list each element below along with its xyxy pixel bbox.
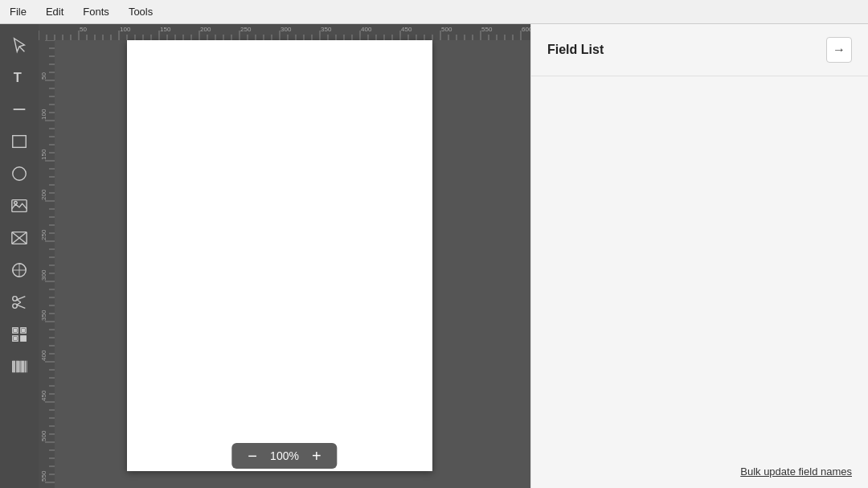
svg-line-13: [17, 297, 26, 300]
horizontal-ruler: [39, 24, 530, 40]
svg-text:T: T: [14, 70, 22, 84]
barcode-tool[interactable]: [5, 352, 34, 381]
svg-rect-22: [14, 338, 17, 340]
svg-rect-3: [13, 136, 27, 148]
qr-tool[interactable]: [5, 320, 34, 349]
chart-tool[interactable]: [5, 256, 34, 285]
field-list-header: Field List →: [531, 24, 868, 76]
zoom-in-button[interactable]: +: [309, 448, 325, 464]
zoom-out-button[interactable]: −: [244, 448, 260, 464]
svg-line-16: [17, 302, 21, 305]
menu-tools[interactable]: Tools: [125, 4, 156, 19]
field-list-expand-button[interactable]: →: [826, 37, 852, 63]
right-panel-content: [531, 76, 868, 454]
svg-rect-25: [21, 339, 23, 342]
right-panel: Field List → Bulk update field names: [530, 24, 868, 488]
bulk-update-field-names-link[interactable]: Bulk update field names: [740, 465, 852, 478]
menu-edit[interactable]: Edit: [43, 4, 67, 19]
image-tool[interactable]: [5, 191, 34, 220]
svg-rect-23: [21, 336, 23, 338]
vertical-ruler: [39, 40, 55, 488]
canvas-area: − 100% +: [39, 24, 530, 488]
arrow-right-icon: →: [833, 43, 845, 57]
svg-line-14: [17, 305, 26, 308]
main-layout: T: [0, 24, 868, 488]
bulk-update-section: Bulk update field names: [531, 454, 868, 488]
menu-file[interactable]: File: [6, 4, 30, 19]
ellipse-tool[interactable]: [5, 159, 34, 188]
menu-bar: File Edit Fonts Tools: [0, 0, 868, 24]
text-tool[interactable]: T: [5, 63, 34, 92]
svg-rect-26: [24, 339, 27, 342]
svg-rect-20: [23, 330, 25, 332]
document-page: [127, 40, 432, 471]
line-tool[interactable]: [5, 95, 34, 124]
svg-rect-24: [24, 336, 27, 338]
svg-line-15: [17, 300, 21, 302]
zoom-bar: − 100% +: [231, 443, 337, 469]
field-list-title: Field List: [547, 43, 604, 57]
svg-point-4: [13, 167, 27, 181]
left-toolbar: T: [0, 24, 39, 488]
placeholder-tool[interactable]: [5, 223, 34, 252]
rectangle-tool[interactable]: [5, 127, 34, 156]
select-tool[interactable]: [5, 31, 34, 59]
svg-point-12: [13, 304, 18, 309]
svg-point-11: [13, 297, 18, 301]
svg-point-6: [14, 202, 18, 205]
zoom-level: 100%: [270, 449, 299, 462]
scissors-tool[interactable]: [5, 288, 34, 317]
svg-line-0: [19, 47, 24, 51]
svg-rect-18: [14, 330, 17, 332]
menu-fonts[interactable]: Fonts: [80, 4, 113, 19]
